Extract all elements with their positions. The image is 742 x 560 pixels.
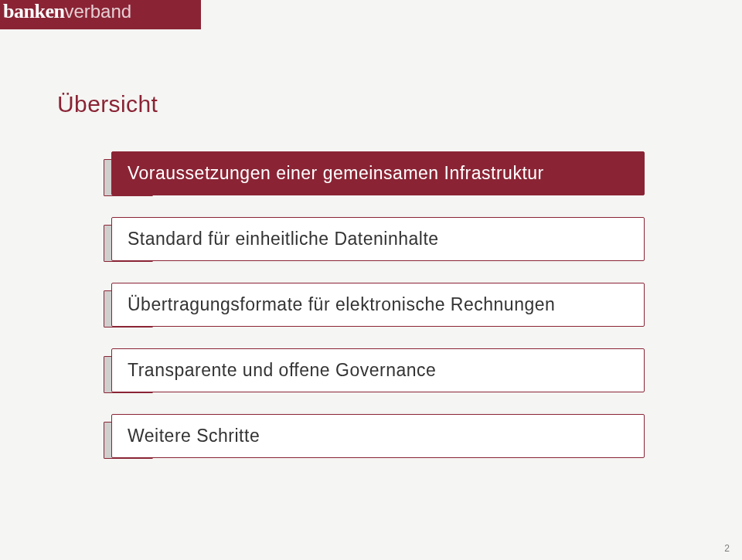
agenda-item-box: Transparente und offene Governance xyxy=(111,348,645,392)
agenda-item-label: Standard für einheitliche Dateninhalte xyxy=(128,229,439,249)
agenda-item: Übertragungsformate für elektronische Re… xyxy=(111,283,645,327)
slide-title: Übersicht xyxy=(57,91,158,117)
agenda-item: Transparente und offene Governance xyxy=(111,348,645,392)
brand-logo-light: verband xyxy=(64,1,131,22)
agenda-item-box: Übertragungsformate für elektronische Re… xyxy=(111,283,645,327)
agenda-item-label: Übertragungsformate für elektronische Re… xyxy=(128,294,555,314)
agenda-item-label: Transparente und offene Governance xyxy=(128,360,436,380)
agenda-list: Voraussetzungen einer gemeinsamen Infras… xyxy=(111,151,645,480)
agenda-item: Weitere Schritte xyxy=(111,414,645,458)
agenda-item: Standard für einheitliche Dateninhalte xyxy=(111,217,645,261)
agenda-item-active: Voraussetzungen einer gemeinsamen Infras… xyxy=(111,151,645,195)
page-number: 2 xyxy=(724,543,730,554)
agenda-item-label: Voraussetzungen einer gemeinsamen Infras… xyxy=(128,163,544,183)
brand-underline xyxy=(0,26,201,29)
agenda-item-box: Weitere Schritte xyxy=(111,414,645,458)
brand-logo-bold: banken xyxy=(3,0,64,22)
brand-logo: bankenverband xyxy=(0,0,201,29)
agenda-item-label: Weitere Schritte xyxy=(128,426,260,446)
agenda-item-box: Voraussetzungen einer gemeinsamen Infras… xyxy=(111,151,645,195)
agenda-item-box: Standard für einheitliche Dateninhalte xyxy=(111,217,645,261)
